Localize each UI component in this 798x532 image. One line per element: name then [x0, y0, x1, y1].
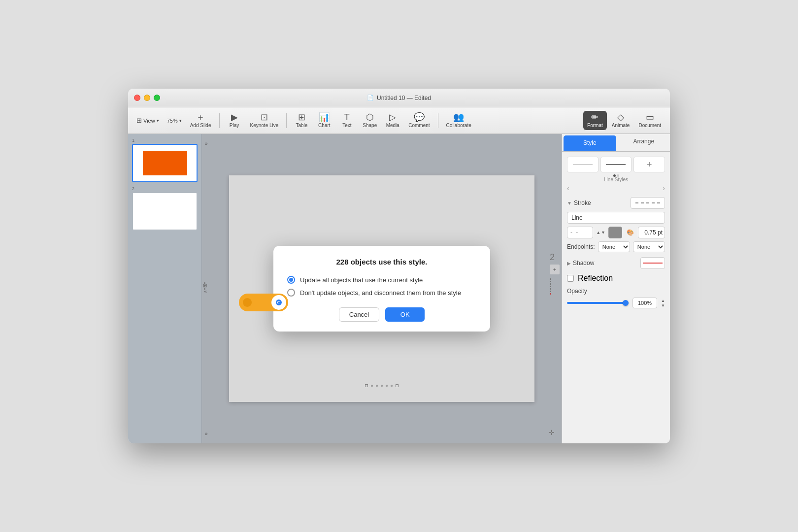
- toggle-switch[interactable]: [239, 294, 288, 311]
- color-wheel-button[interactable]: 🎨: [625, 227, 635, 238]
- panel-left-arrow[interactable]: ‹: [567, 184, 569, 192]
- slide-1-image[interactable]: [132, 144, 198, 182]
- text-button[interactable]: T Text: [336, 111, 358, 130]
- text-icon: T: [344, 113, 350, 122]
- panel-tabs: Style Arrange: [562, 134, 670, 152]
- close-button[interactable]: [134, 95, 140, 101]
- dash-pattern: - -: [570, 229, 579, 236]
- cancel-button[interactable]: Cancel: [339, 307, 379, 322]
- insert-group: ⊞ Table 📊 Chart T Text ⬡ Shape ▷ Media 💬: [291, 111, 433, 130]
- table-icon: ⊞: [298, 113, 305, 122]
- stroke-line-row: - - ▲ ▼ 🎨: [567, 227, 665, 238]
- stroke-pt-input[interactable]: [638, 227, 665, 238]
- reflection-label: Reflection: [578, 274, 613, 283]
- maximize-button[interactable]: [154, 95, 160, 101]
- style-update-dialog: 228 objects use this style. Update all o…: [273, 246, 490, 332]
- comment-button[interactable]: 💬 Comment: [404, 111, 433, 130]
- table-button[interactable]: ⊞ Table: [291, 111, 312, 130]
- slide-1-orange-shape: [143, 151, 187, 175]
- endpoints-start-select[interactable]: None: [598, 241, 630, 252]
- radio-1[interactable]: [287, 276, 295, 284]
- opacity-steppers: ▲ ▼: [661, 299, 665, 308]
- reflection-section: Reflection: [567, 274, 665, 283]
- style-tab[interactable]: Style: [564, 135, 616, 151]
- opacity-thumb: [623, 300, 629, 306]
- toolbar-sep-2: [286, 113, 287, 128]
- opacity-up-btn[interactable]: ▲: [661, 299, 665, 303]
- stroke-header: ▼ Stroke: [567, 197, 665, 209]
- document-button[interactable]: ▭ Document: [634, 111, 665, 130]
- opacity-label: Opacity: [567, 288, 665, 295]
- dialog-title: 228 objects use this style.: [287, 258, 476, 266]
- traffic-lights: [134, 95, 160, 101]
- radio-2[interactable]: [287, 289, 295, 297]
- arrange-tab[interactable]: Arrange: [618, 134, 670, 151]
- stroke-down-btn[interactable]: ▼: [601, 230, 605, 235]
- play-group: ▶ Play ⊡ Keynote Live: [224, 111, 283, 130]
- format-icon: ✏: [591, 113, 598, 122]
- shadow-label: ▶ Shadow: [567, 260, 594, 266]
- add-slide-button[interactable]: ＋ Add Slide: [186, 111, 215, 130]
- animate-button[interactable]: ◇ Animate: [608, 111, 634, 130]
- stroke-type-row: Line: [567, 212, 665, 224]
- toggle-radio-dot: [278, 301, 280, 304]
- opacity-section: Opacity 100% ▲ ▼: [567, 288, 665, 308]
- keynote-live-button[interactable]: ⊡ Keynote Live: [246, 111, 283, 130]
- toggle-left-dot: [243, 298, 252, 307]
- ok-button[interactable]: OK: [385, 307, 425, 322]
- reflection-checkbox[interactable]: [567, 275, 574, 282]
- dialog-buttons: Cancel OK: [287, 307, 476, 322]
- endpoints-row: Endpoints: None None: [567, 241, 665, 252]
- panel-right-arrow[interactable]: ›: [663, 184, 665, 192]
- collaborate-button[interactable]: 👥 Collaborate: [442, 111, 475, 130]
- shadow-header: ▶ Shadow: [567, 257, 665, 269]
- line-styles-grid: +: [567, 157, 665, 172]
- chart-button[interactable]: 📊 Chart: [313, 111, 335, 130]
- toggle-container: [239, 294, 288, 311]
- slide-panel: 1 2: [128, 134, 202, 443]
- line-style-2[interactable]: [600, 157, 632, 172]
- stroke-up-btn[interactable]: ▲: [596, 230, 600, 235]
- add-icon: +: [647, 160, 652, 170]
- dialog-option-2[interactable]: Don't update objects, and disconnect the…: [287, 289, 476, 297]
- toggle-knob: [271, 295, 286, 310]
- shape-icon: ⬡: [366, 113, 374, 122]
- shadow-red-line: [643, 263, 663, 264]
- media-button[interactable]: ▷ Media: [382, 111, 403, 130]
- opacity-down-btn[interactable]: ▼: [661, 303, 665, 308]
- slide-2-thumb[interactable]: 2: [132, 186, 198, 231]
- play-icon: ▶: [231, 113, 238, 122]
- keynote-window: 📄 Untitled 10 — Edited ⊞ View ▾ 75% ▾ ＋ …: [128, 89, 670, 443]
- toolbar-sep-1: [219, 113, 220, 128]
- opacity-slider[interactable]: [567, 302, 629, 304]
- shadow-collapse-icon[interactable]: ▶: [567, 261, 571, 266]
- reflection-row: Reflection: [567, 274, 665, 283]
- slide-2-number: 2: [132, 186, 198, 191]
- shape-button[interactable]: ⬡ Shape: [359, 111, 381, 130]
- slide-2-image[interactable]: [132, 192, 198, 231]
- slide-2-content: [133, 193, 197, 230]
- radio-1-inner: [289, 278, 293, 282]
- minimize-button[interactable]: [144, 95, 150, 101]
- panel-content: + Line Styles ‹ ›: [562, 152, 670, 443]
- stroke-dash-style[interactable]: - -: [567, 227, 593, 238]
- play-button[interactable]: ▶ Play: [224, 111, 245, 130]
- line-style-add[interactable]: +: [633, 157, 665, 172]
- slide-1-thumb[interactable]: 1: [132, 138, 198, 182]
- endpoints-end-select[interactable]: None: [633, 241, 665, 252]
- stroke-label: ▼ Stroke: [567, 200, 591, 206]
- stroke-type-select[interactable]: Line: [567, 212, 665, 224]
- line-style-1[interactable]: [567, 157, 598, 172]
- zoom-button[interactable]: 75% ▾: [164, 116, 185, 126]
- dash-line-preview: [635, 202, 660, 203]
- line-style-solid-medium: [606, 164, 626, 165]
- format-button[interactable]: ✏ Format: [583, 111, 607, 130]
- dialog-option-1[interactable]: Update all objects that use the current …: [287, 276, 476, 284]
- view-button[interactable]: ⊞ View ▾: [133, 115, 163, 126]
- comment-icon: 💬: [414, 113, 425, 122]
- shadow-preview: [640, 257, 665, 269]
- stroke-collapse-icon[interactable]: ▼: [567, 200, 572, 206]
- stroke-color-swatch[interactable]: [608, 227, 622, 238]
- media-icon: ▷: [389, 113, 396, 122]
- add-slide-icon: ＋: [196, 113, 205, 122]
